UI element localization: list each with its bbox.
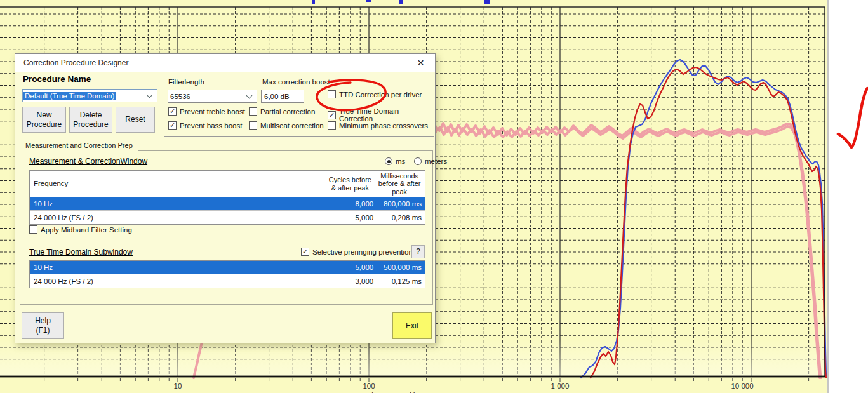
measurement-window-table: FrequencyCycles before & after peakMilli… xyxy=(29,170,425,225)
checkbox-minimum-phase-crossovers[interactable]: Minimum phase crossovers xyxy=(328,121,428,130)
table-row[interactable]: 10 Hz8,000800,000 ms xyxy=(30,197,425,211)
delete-procedure-button[interactable]: Delete Procedure xyxy=(69,107,112,133)
x-axis-title-clipped: Frequency Hz xyxy=(371,390,454,393)
tab-measurement-and-correction-prep[interactable]: Measurement and Correction Prep xyxy=(20,140,138,151)
new-procedure-button[interactable]: New Procedure xyxy=(22,107,66,133)
radio-meters[interactable]: meters xyxy=(414,157,447,165)
chart-title-fragment xyxy=(484,0,490,4)
exit-button[interactable]: Exit xyxy=(392,312,432,339)
checkbox-prevent-bass-boost[interactable]: ✓ Prevent bass boost xyxy=(168,121,242,130)
ttd-subwindow-table: 10 Hz5,000500,000 ms24 000 Hz (FS / 2)3,… xyxy=(29,260,425,288)
filterlength-label: Filterlength xyxy=(168,78,204,86)
chevron-down-icon xyxy=(246,92,253,98)
max-correction-boost-input[interactable]: 6,00 dB xyxy=(261,90,304,103)
filter-settings-group: Filterlength 65536 Max correction boost:… xyxy=(164,74,434,137)
dialog-titlebar[interactable]: Correction Procedure Designer ✕ xyxy=(15,54,435,72)
measurement-correction-window-title: Measurement & CorrectionWindow xyxy=(29,157,147,166)
filterlength-value: 65536 xyxy=(168,93,247,100)
x-axis-tick-label: 10 xyxy=(174,382,182,390)
procedure-name-label: Procedure Name xyxy=(23,74,91,84)
x-axis-tick-label: 1 000 xyxy=(551,382,570,390)
checkbox-multiseat-correction[interactable]: Multiseat correction xyxy=(249,121,324,130)
x-axis-tick-label: 10 000 xyxy=(731,382,753,390)
procedure-name-combobox[interactable]: Default (True Time Domain) xyxy=(22,89,157,102)
table-row[interactable]: 24 000 Hz (FS / 2)3,0000,125 ms xyxy=(30,274,425,288)
checkbox-ttd-correction-per-driver[interactable]: TTD Correction per driver xyxy=(328,90,422,98)
chart-title-fragment xyxy=(399,0,403,4)
correction-procedure-designer-dialog: Correction Procedure Designer ✕ Procedur… xyxy=(15,53,436,343)
chart-title-fragment xyxy=(312,0,315,4)
help-button[interactable]: Help(F1) xyxy=(22,312,64,339)
filterlength-combobox[interactable]: 65536 xyxy=(168,90,257,103)
checkbox-apply-midband-filter[interactable]: Apply Midband Filter Setting xyxy=(29,225,132,234)
table-row[interactable]: 10 Hz5,000500,000 ms xyxy=(30,261,425,274)
checkbox-true-time-domain-correction[interactable]: ✓ True Time Domain Correction xyxy=(328,107,434,123)
app-screenshot: 101001 00010 000 Frequency Hz Correction… xyxy=(0,0,868,393)
checkbox-partial-correction[interactable]: Partial correction xyxy=(249,107,315,116)
close-icon[interactable]: ✕ xyxy=(406,54,435,72)
help-question-button[interactable]: ? xyxy=(411,245,425,258)
checkbox-prevent-treble-boost[interactable]: ✓ Prevent treble boost xyxy=(168,107,245,116)
checkbox-box xyxy=(328,90,336,98)
procedure-name-value: Default (True Time Domain) xyxy=(23,92,116,100)
x-axis-tick-label: 100 xyxy=(363,382,375,390)
chevron-down-icon xyxy=(147,91,153,98)
checkbox-selective-preringing-prevention[interactable]: ✓ Selective preringing prevention xyxy=(301,248,413,256)
tab-page: Measurement & CorrectionWindow ms meters… xyxy=(20,150,433,305)
dialog-title: Correction Procedure Designer xyxy=(23,54,128,72)
radio-ms[interactable]: ms xyxy=(385,157,405,165)
right-margin xyxy=(829,0,868,393)
table-header-cell: Milliseconds before & after peak xyxy=(377,171,425,197)
max-correction-boost-label: Max correction boost: xyxy=(262,78,332,86)
table-row[interactable]: 24 000 Hz (FS / 2)5,0000,208 ms xyxy=(30,211,425,224)
reset-button[interactable]: Reset xyxy=(116,107,155,133)
table-header-cell: Cycles before & after peak xyxy=(326,171,377,197)
table-header-cell: Frequency xyxy=(30,171,326,197)
chart-title-fragment xyxy=(366,0,371,2)
ttd-subwindow-title: True Time Domain Subwindow xyxy=(29,248,133,256)
